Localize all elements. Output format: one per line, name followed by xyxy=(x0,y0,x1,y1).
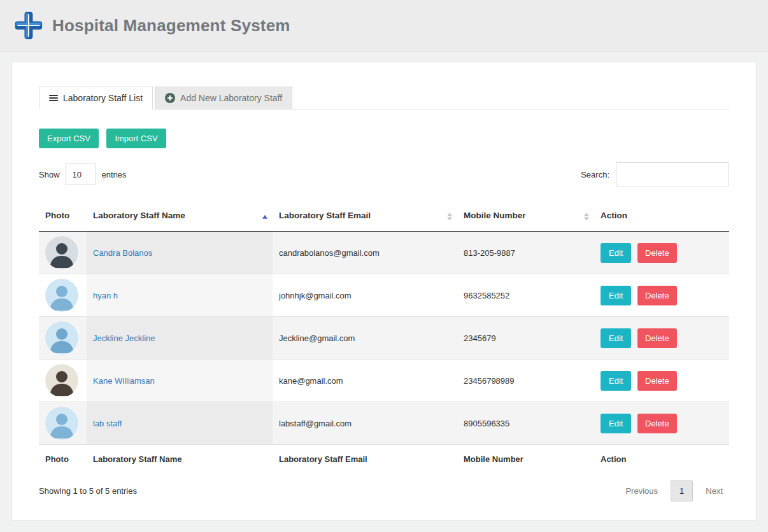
app-header: Hospital Management System xyxy=(0,0,768,52)
staff-avatar xyxy=(45,364,78,397)
name-cell: Jeckline Jeckline xyxy=(87,317,273,360)
table-footer-header-row: Photo Laboratory Staff Name Laboratory S… xyxy=(39,445,729,472)
action-cell: Edit Delete xyxy=(594,317,729,360)
photo-cell xyxy=(39,360,87,402)
action-cell: Edit Delete xyxy=(594,232,729,274)
page-title: Hospital Management System xyxy=(52,16,290,36)
header-mobile-number[interactable]: Mobile Number xyxy=(457,203,594,232)
footer-staff-email: Laboratory Staff Email xyxy=(273,445,457,472)
action-cell: Edit Delete xyxy=(594,360,729,402)
content-card: Laboratory Staff List Add New Laboratory… xyxy=(11,62,757,521)
edit-button[interactable]: Edit xyxy=(601,286,631,305)
table-body: Candra Bolanos candrabolanos@gmail.com 8… xyxy=(39,232,729,445)
table-row: hyan h johnhjk@gmail.com 9632585252 Edit… xyxy=(39,274,729,317)
footer-action: Action xyxy=(594,445,729,472)
sort-both-icon xyxy=(584,213,589,220)
staff-mobile: 9632585252 xyxy=(457,274,594,317)
photo-cell xyxy=(39,402,87,445)
table-info-bar: Showing 1 to 5 of 5 entries Previous 1 N… xyxy=(39,480,729,501)
staff-mobile: 813-205-9887 xyxy=(457,232,594,274)
table-row: lab staff labstaff@gmail.com 8905596335 … xyxy=(39,402,729,445)
tab-label: Add New Laboratory Staff xyxy=(180,93,282,103)
tab-label: Laboratory Staff List xyxy=(63,93,143,103)
footer-staff-name: Laboratory Staff Name xyxy=(87,445,273,472)
staff-name-link[interactable]: Candra Bolanos xyxy=(93,248,152,258)
header-staff-email[interactable]: Laboratory Staff Email xyxy=(273,203,457,232)
sort-both-icon xyxy=(447,213,452,220)
entries-summary: Showing 1 to 5 of 5 entries xyxy=(39,486,137,496)
search-input[interactable] xyxy=(616,162,729,186)
staff-table: Photo Laboratory Staff Name Laboratory S… xyxy=(39,203,729,472)
delete-button[interactable]: Delete xyxy=(637,328,677,348)
show-label: Show xyxy=(39,170,60,179)
staff-email: Jeckline@gmail.com xyxy=(273,317,457,360)
next-page-button[interactable]: Next xyxy=(699,481,729,501)
delete-button[interactable]: Delete xyxy=(637,414,677,433)
import-csv-button[interactable]: Import CSV xyxy=(106,129,166,148)
tab-bar: Laboratory Staff List Add New Laboratory… xyxy=(39,87,729,109)
staff-avatar xyxy=(45,407,78,440)
staff-avatar xyxy=(45,279,78,312)
staff-mobile: 8905596335 xyxy=(457,402,594,445)
photo-cell xyxy=(39,232,87,274)
delete-button[interactable]: Delete xyxy=(637,371,677,391)
staff-name-link[interactable]: lab staff xyxy=(93,419,122,428)
staff-mobile: 23456798989 xyxy=(457,360,594,402)
edit-button[interactable]: Edit xyxy=(601,371,631,391)
delete-button[interactable]: Delete xyxy=(637,286,677,305)
table-row: Kane Williamsan kane@gmail.com 234567989… xyxy=(39,360,729,402)
entries-select[interactable]: 10 xyxy=(66,164,96,185)
staff-name-link[interactable]: Kane Williamsan xyxy=(93,376,155,386)
staff-avatar xyxy=(45,236,78,269)
header-staff-name[interactable]: Laboratory Staff Name xyxy=(87,203,273,232)
staff-name-link[interactable]: Jeckline Jeckline xyxy=(93,333,155,343)
photo-cell xyxy=(39,317,87,360)
table-row: Candra Bolanos candrabolanos@gmail.com 8… xyxy=(39,232,729,274)
staff-email: candrabolanos@gmail.com xyxy=(273,232,457,274)
header-action: Action xyxy=(594,203,729,232)
photo-cell xyxy=(39,274,87,317)
staff-email: kane@gmail.com xyxy=(273,360,457,402)
edit-button[interactable]: Edit xyxy=(601,414,631,433)
name-cell: Candra Bolanos xyxy=(87,232,273,274)
staff-email: labstaff@gmail.com xyxy=(273,402,457,445)
sort-asc-icon xyxy=(262,215,267,219)
tab-laboratory-staff-list[interactable]: Laboratory Staff List xyxy=(39,87,153,109)
staff-mobile: 2345679 xyxy=(457,317,594,360)
search-control: Search: xyxy=(581,162,729,186)
footer-photo: Photo xyxy=(39,445,87,472)
table-row: Jeckline Jeckline Jeckline@gmail.com 234… xyxy=(39,317,729,360)
action-cell: Edit Delete xyxy=(594,274,729,317)
header-photo: Photo xyxy=(39,203,87,232)
previous-page-button[interactable]: Previous xyxy=(619,481,664,501)
tab-add-new-laboratory-staff[interactable]: Add New Laboratory Staff xyxy=(155,87,292,109)
staff-avatar xyxy=(45,321,78,354)
name-cell: Kane Williamsan xyxy=(87,360,273,402)
delete-button[interactable]: Delete xyxy=(637,243,677,263)
export-csv-button[interactable]: Export CSV xyxy=(39,129,99,148)
name-cell: lab staff xyxy=(87,402,273,445)
page-number-button[interactable]: 1 xyxy=(671,480,693,501)
edit-button[interactable]: Edit xyxy=(601,243,631,263)
name-cell: hyan h xyxy=(87,274,273,317)
footer-mobile-number: Mobile Number xyxy=(457,445,594,472)
entries-label: entries xyxy=(102,170,127,179)
list-icon xyxy=(49,94,58,102)
table-controls: Show 10 entries Search: xyxy=(39,162,729,186)
csv-toolbar: Export CSV Import CSV xyxy=(39,129,729,148)
entries-length-control: Show 10 entries xyxy=(39,164,127,185)
search-label: Search: xyxy=(581,170,609,179)
table-header-row: Photo Laboratory Staff Name Laboratory S… xyxy=(39,203,729,232)
action-cell: Edit Delete xyxy=(594,402,729,445)
edit-button[interactable]: Edit xyxy=(601,328,631,348)
pagination: Previous 1 Next xyxy=(619,480,729,501)
hospital-logo-icon xyxy=(13,10,43,41)
staff-name-link[interactable]: hyan h xyxy=(93,291,118,300)
plus-circle-icon xyxy=(165,93,175,103)
staff-email: johnhjk@gmail.com xyxy=(273,274,457,317)
